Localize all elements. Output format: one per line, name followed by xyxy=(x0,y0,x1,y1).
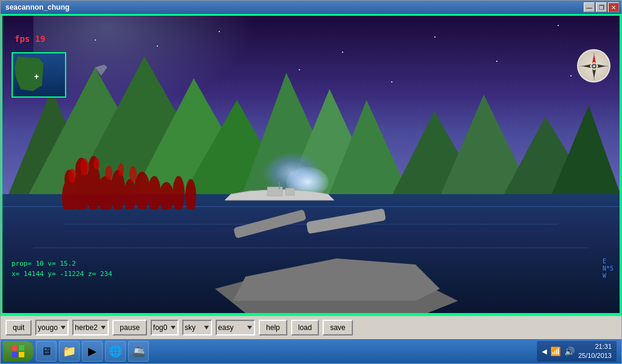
svg-point-35 xyxy=(118,163,124,177)
status-line1: prop= 10 v= 15.2 xyxy=(12,258,112,269)
clock: 21:31 25/10/2013 xyxy=(578,342,612,361)
clock-date: 25/10/2013 xyxy=(578,351,612,360)
svg-rect-53 xyxy=(12,352,18,357)
svg-point-31 xyxy=(69,169,76,183)
main-window: seacannon_chung — ❐ ✕ xyxy=(0,0,622,364)
svg-rect-54 xyxy=(19,352,24,357)
svg-point-32 xyxy=(80,158,89,175)
media-icon-glyph: ▶ xyxy=(88,345,97,358)
fps-counter: fps 19 xyxy=(15,34,46,44)
svg-marker-43 xyxy=(597,64,606,68)
media-icon[interactable]: ▶ xyxy=(82,341,103,362)
maximize-button[interactable]: ❐ xyxy=(596,2,607,12)
svg-point-46 xyxy=(593,65,595,67)
sky-select[interactable]: sky day night xyxy=(182,320,212,335)
svg-point-24 xyxy=(111,170,125,209)
minimap-land xyxy=(15,56,45,93)
minimize-button[interactable]: — xyxy=(584,2,595,12)
tray-arrow[interactable]: ◀ xyxy=(542,348,547,356)
yougo-select[interactable]: yougo xyxy=(35,320,69,335)
yougo-dropdown[interactable]: yougo xyxy=(35,320,69,335)
fog-dropdown[interactable]: fog0 fog1 fog2 xyxy=(151,320,179,335)
titlebar: seacannon_chung — ❐ ✕ xyxy=(1,1,621,14)
minimap: + xyxy=(12,52,66,98)
status-display: prop= 10 v= 15.2 x= 14144 y= -11224 z= 2… xyxy=(12,258,112,280)
svg-point-28 xyxy=(159,182,174,209)
svg-marker-42 xyxy=(592,69,596,78)
svg-marker-41 xyxy=(592,54,596,63)
show-desktop-icon[interactable]: 🖥 xyxy=(36,341,56,362)
svg-rect-51 xyxy=(12,345,18,351)
easy-dropdown[interactable]: easy medium hard xyxy=(216,320,255,335)
taskbar-right: ◀ 📶 🔊 21:31 25/10/2013 xyxy=(537,341,619,362)
load-button[interactable]: load xyxy=(291,320,320,335)
window-controls: — ❐ ✕ xyxy=(584,2,619,12)
herbe2-dropdown[interactable]: herbe2 xyxy=(72,320,109,335)
desktop-icon-glyph: 🖥 xyxy=(41,345,52,358)
svg-point-25 xyxy=(124,179,136,209)
cannon-foreground xyxy=(185,180,488,313)
svg-marker-40 xyxy=(233,258,440,301)
minimap-marker: + xyxy=(34,72,39,76)
explorer-icon[interactable]: 📁 xyxy=(59,341,80,362)
svg-rect-38 xyxy=(306,208,386,234)
compass-rose xyxy=(577,49,610,83)
network-icon: 📶 xyxy=(550,346,561,356)
sky-dropdown[interactable]: sky day night xyxy=(182,320,212,335)
svg-point-36 xyxy=(129,166,137,182)
pause-button[interactable]: pause xyxy=(112,320,147,335)
toolbar: quit yougo herbe2 pause fog0 fog1 fog2 s… xyxy=(1,315,621,339)
quit-button[interactable]: quit xyxy=(5,320,32,335)
seacannon-icon[interactable]: 🚢 xyxy=(128,341,149,362)
help-button[interactable]: help xyxy=(259,320,287,335)
compass-direction: EN*SW xyxy=(603,258,613,280)
svg-marker-44 xyxy=(582,64,591,68)
easy-select[interactable]: easy medium hard xyxy=(216,320,255,335)
game-viewport[interactable]: fps 19 + xyxy=(1,14,621,315)
svg-point-27 xyxy=(148,176,161,209)
system-tray: ◀ 📶 🔊 21:31 25/10/2013 xyxy=(537,341,617,362)
firefox-icon-glyph: 🌐 xyxy=(109,345,122,358)
svg-rect-52 xyxy=(19,345,24,351)
clock-time: 21:31 xyxy=(578,342,612,351)
window-title: seacannon_chung xyxy=(3,3,69,12)
taskbar: 🖥 📁 ▶ 🌐 🚢 ◀ 📶 🔊 21:31 25/10/2013 xyxy=(1,339,621,363)
start-button[interactable] xyxy=(3,341,33,362)
svg-rect-37 xyxy=(233,209,307,238)
svg-point-34 xyxy=(105,166,112,180)
svg-point-29 xyxy=(173,176,185,209)
status-line2: x= 14144 y= -11224 z= 234 xyxy=(12,269,112,280)
svg-point-26 xyxy=(134,172,150,209)
herbe2-select[interactable]: herbe2 xyxy=(72,320,109,335)
save-button[interactable]: save xyxy=(323,320,352,335)
close-button[interactable]: ✕ xyxy=(608,2,619,12)
explorer-icon-glyph: 📁 xyxy=(63,345,76,358)
seacannon-icon-glyph: 🚢 xyxy=(132,345,145,358)
volume-icon: 🔊 xyxy=(564,346,575,356)
firefox-icon[interactable]: 🌐 xyxy=(105,341,126,362)
svg-point-33 xyxy=(94,158,100,170)
fog-select[interactable]: fog0 fog1 fog2 xyxy=(151,320,179,335)
